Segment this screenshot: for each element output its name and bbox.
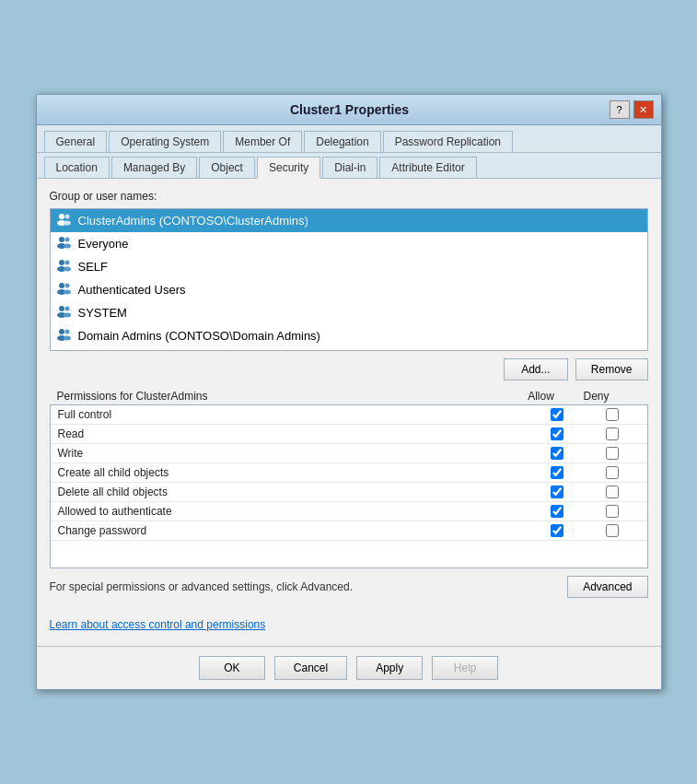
user-group-icon	[56, 281, 73, 298]
svg-point-3	[64, 215, 69, 219]
content-area: Group or user names: ClusterAdmins (CONT…	[37, 179, 661, 646]
allow-checkbox[interactable]	[551, 505, 563, 518]
advanced-row: For special permissions or advanced sett…	[50, 576, 648, 598]
deny-checkbox-cell	[585, 427, 640, 440]
tab-security[interactable]: Security	[257, 157, 320, 179]
apply-button[interactable]: Apply	[356, 656, 423, 680]
permission-name: Allowed to authenticate	[58, 505, 529, 518]
tab-location[interactable]: Location	[44, 157, 110, 178]
deny-checkbox-cell	[585, 486, 640, 498]
permissions-table[interactable]: Full controlReadWriteCreate all child ob…	[51, 405, 647, 568]
deny-checkbox[interactable]	[606, 524, 619, 537]
user-group-icon	[56, 235, 73, 252]
user-group-icon	[56, 258, 73, 275]
user-list[interactable]: ClusterAdmins (CONTOSO\ClusterAdmins) Ev…	[51, 209, 647, 350]
svg-point-16	[59, 283, 64, 288]
table-row: Change password	[51, 521, 647, 541]
tab-general[interactable]: General	[44, 131, 108, 152]
allow-checkbox-cell	[529, 427, 585, 440]
help-title-button[interactable]: ?	[610, 100, 630, 119]
close-button[interactable]: ✕	[633, 100, 654, 119]
tab-managed-by[interactable]: Managed By	[111, 157, 197, 178]
user-name: Authenticated Users	[78, 283, 186, 297]
deny-checkbox[interactable]	[606, 447, 619, 460]
tab-delegation[interactable]: Delegation	[304, 131, 380, 152]
deny-checkbox[interactable]	[606, 486, 619, 498]
list-item[interactable]: SYSTEM	[51, 301, 647, 324]
list-item[interactable]: Cert Publishers (CONTOSO\Cert Publishers…	[51, 347, 647, 350]
tab-attribute-editor[interactable]: Attribute Editor	[379, 157, 476, 178]
allow-col-header: Allow	[514, 390, 569, 403]
list-item[interactable]: ClusterAdmins (CONTOSO\ClusterAdmins)	[51, 209, 647, 232]
deny-checkbox[interactable]	[606, 505, 619, 518]
permission-name: Create all child objects	[58, 466, 529, 479]
permission-name: Full control	[58, 408, 529, 421]
add-button[interactable]: Add...	[504, 358, 568, 380]
allow-checkbox-cell	[529, 486, 585, 498]
group-label: Group or user names:	[50, 190, 648, 203]
allow-checkbox[interactable]	[551, 486, 563, 498]
tab-operating-system[interactable]: Operating System	[109, 131, 221, 152]
remove-button[interactable]: Remove	[575, 358, 648, 380]
svg-point-4	[64, 221, 71, 226]
table-row: Create all child objects	[51, 463, 647, 483]
user-group-icon	[56, 212, 73, 229]
allow-checkbox[interactable]	[551, 427, 563, 440]
svg-point-19	[64, 290, 71, 295]
deny-checkbox-cell	[585, 466, 640, 479]
deny-checkbox[interactable]	[606, 427, 619, 440]
user-name: SELF	[78, 260, 109, 274]
svg-point-24	[64, 313, 71, 318]
svg-point-13	[64, 261, 69, 265]
tab-password-replication[interactable]: Password Replication	[383, 131, 513, 152]
deny-checkbox[interactable]	[606, 466, 619, 479]
list-item[interactable]: Domain Admins (CONTOSO\Domain Admins)	[51, 324, 647, 347]
list-item[interactable]: Everyone	[51, 232, 647, 255]
permissions-label: Permissions for ClusterAdmins	[57, 390, 514, 403]
svg-point-6	[59, 237, 64, 242]
ok-button[interactable]: OK	[199, 656, 265, 680]
bottom-buttons-row: OK Cancel Apply Help	[37, 646, 661, 689]
user-name: Everyone	[78, 237, 129, 251]
list-item[interactable]: Authenticated Users	[51, 278, 647, 301]
permissions-table-container: Full controlReadWriteCreate all child ob…	[50, 404, 648, 568]
allow-checkbox[interactable]	[551, 524, 563, 537]
svg-point-23	[64, 307, 69, 311]
window-title: Cluster1 Properties	[90, 102, 610, 117]
table-row: Full control	[51, 405, 647, 425]
allow-checkbox-cell	[529, 408, 585, 421]
user-group-icon	[56, 327, 73, 345]
allow-checkbox-cell	[529, 466, 585, 479]
svg-point-28	[64, 330, 69, 334]
deny-checkbox-cell	[585, 408, 640, 421]
allow-checkbox[interactable]	[551, 408, 563, 421]
svg-point-21	[59, 306, 64, 311]
tab-dial-in[interactable]: Dial-in	[322, 157, 378, 178]
perm-column-headers: Allow Deny	[514, 390, 641, 403]
deny-checkbox-cell	[585, 505, 640, 518]
permission-name: Write	[58, 447, 529, 460]
deny-col-header: Deny	[569, 390, 624, 403]
deny-checkbox-cell	[585, 524, 640, 537]
deny-checkbox[interactable]	[606, 408, 619, 421]
tab-member-of[interactable]: Member Of	[223, 131, 302, 152]
advanced-button[interactable]: Advanced	[567, 576, 647, 598]
svg-point-1	[59, 214, 64, 219]
allow-checkbox[interactable]	[551, 466, 563, 479]
tab-object[interactable]: Object	[199, 157, 255, 178]
table-row: Delete all child objects	[51, 483, 647, 502]
user-buttons-row: Add... Remove	[50, 358, 648, 380]
permission-name: Change password	[58, 524, 529, 537]
allow-checkbox[interactable]	[551, 447, 563, 460]
title-bar: Cluster1 Properties ? ✕	[37, 95, 661, 125]
svg-point-18	[64, 284, 69, 288]
permission-name: Delete all child objects	[58, 486, 529, 498]
learn-link[interactable]: Learn about access control and permissio…	[50, 618, 266, 631]
svg-point-29	[64, 336, 71, 341]
cancel-button[interactable]: Cancel	[274, 656, 347, 680]
main-window: Cluster1 Properties ? ✕ GeneralOperating…	[36, 94, 662, 690]
help-button[interactable]: Help	[432, 656, 498, 680]
table-row: Read	[51, 425, 647, 444]
list-item[interactable]: SELF	[51, 255, 647, 278]
advanced-text: For special permissions or advanced sett…	[50, 580, 568, 593]
